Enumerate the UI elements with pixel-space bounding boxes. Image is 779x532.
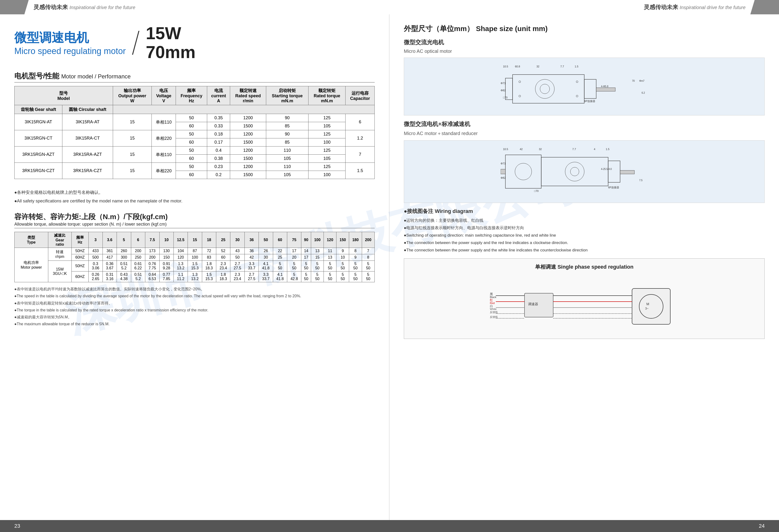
cell-current-2: 0.38 [207,155,230,163]
motor-table-body: 3IK15RGN-AT 3IK15RA-AT 15 单相110 50 0.35 … [14,114,375,179]
safety-notes: ●各种安全规格以电机铭牌上的型号名称确认。 ●All safety specif… [14,189,375,205]
table-header-row-2: 齿轮轴 Gear shaft 圆轴 Circular shaft [14,105,375,114]
allow-cell: 3.333.7 [259,272,273,282]
cell-hz-50: 50HZ [71,248,88,254]
page-number-left: 23 [14,523,20,529]
micro-ac-reducer-diagram: 10.5 42 32 7.7 4 1.5 6P连接器 Φ71 Φ82 □70 4… [404,140,765,203]
cell-freq-2: 60 [176,171,207,179]
th-output-power: 输出功率Output powerW [113,86,152,105]
wiring-note: ●运转方向的切换：主要切换电容线、红白线 [404,217,765,224]
allow-cell: 550 [349,272,362,282]
allow-cell: 417 [103,254,117,261]
wiring-diagram-container: M 3~ 调速器 黑 Black 红 Red [409,274,760,334]
allow-cell: 550 [287,261,301,272]
svg-rect-26 [608,161,620,182]
cell-starting-torque-2: 85 [266,122,308,130]
cell-current-1: 0.4 [207,146,230,155]
svg-text:10.5: 10.5 [503,65,508,68]
svg-text:黑: 黑 [490,292,493,296]
shape-size-chinese: 外型尺寸（单位mm） [404,24,474,33]
svg-point-21 [576,81,578,83]
allow-th-75: 7.5 [145,232,159,248]
svg-text:32: 32 [539,148,542,151]
cell-starting-torque-2: 105 [266,171,308,179]
cell-rated-torque-2: 105 [308,122,346,130]
cell-current-2: 0.17 [207,138,230,146]
single-phase-chinese: 单相调速 [535,264,556,270]
cell-starting-torque-2: 105 [266,155,308,163]
th-rated-torque: 额定转矩Rated torquemN.m [308,86,346,105]
cell-freq-1: 50 [176,163,207,171]
svg-rect-43 [632,289,670,324]
cell-rated-torque-1: 125 [308,163,346,171]
allow-cell: 60 [216,254,230,261]
allow-cell: 550 [337,272,349,282]
allow-cell: 72 [202,248,216,254]
cell-rated-speed-2: 1500 [230,122,266,130]
svg-text:□70: □70 [534,189,539,192]
allow-th-100: 100 [311,232,324,248]
svg-text:红: 红 [490,298,493,302]
allow-cell: 0.646.53 [145,272,159,282]
cell-speed-label: 转速r/rpm [48,248,71,261]
wiring-title-chinese: ●接线图备注 [404,208,433,214]
allow-cell: 100 [188,254,202,261]
allow-cell: 0.363.67 [103,261,117,272]
allow-cell: 550 [311,272,324,282]
sub-notes: ●表中转速是以电机的平均转速为基数除以减速比而算出的数值。实际转速将随负载大小变… [14,286,375,327]
allow-cell: 3.333.7 [244,261,258,272]
cell-freq-1: 50 [176,146,207,155]
th-starting-torque: 启动转矩Starting torquemN.m [266,86,308,105]
allow-cell: 0.515.2 [131,272,145,282]
svg-point-28 [565,162,584,181]
allow-cell: 0.777.85 [159,272,174,282]
cell-starting-torque-1: 90 [266,130,308,138]
allow-cell: 0.616.22 [131,261,145,272]
allow-cell: 0.262.65 [88,272,103,282]
cell-rated-speed-1: 1200 [230,163,266,171]
allow-cell: 173 [145,248,159,254]
allow-th-5: 5 [117,232,131,248]
cell-rated-speed-2: 1500 [230,171,266,179]
table-row: 3RK15RGN-CZT 3RK15RA-CZT 15 单相220 50 0.2… [14,163,375,171]
th-frequency: 频率FrequencyHz [176,86,207,105]
single-phase-box: 单相调速 Single phase speed regulation M 3~ [404,258,765,339]
allow-th-6: 6 [131,232,145,248]
svg-point-19 [519,81,521,83]
allow-th-200: 200 [362,232,374,248]
svg-text:Φ71: Φ71 [500,82,505,84]
allow-th-90: 90 [301,232,311,248]
allow-cell: 2.727.5 [230,261,244,272]
table-row: 3IK15RGN-CT 3IK15RA-CT 15 单相220 50 0.18 … [14,130,375,138]
sub-note: ●表中转矩是以电机额定转矩x减速比x传动效率计算而得。 [14,300,375,306]
allow-th-25: 25 [216,232,230,248]
wiring-section: ●接线图备注 Wiring diagram ●运转方向的切换：主要切换电容线、红… [404,208,765,253]
svg-rect-2 [584,79,596,99]
allowable-section-header: 容许转矩、容许力矩:上段（N.m）/下段(kgf.cm) Allowable t… [14,212,375,228]
allow-cell: 550 [337,261,349,272]
allow-cell: 4.141.8 [273,272,287,282]
header-text-right: 灵感传动未来 Inspirational drive for the futur… [639,3,750,11]
svg-text:White: White [490,308,496,310]
wiring-diagram-svg: M 3~ 调速器 黑 Black 红 Red [489,274,680,334]
micro-ac-reducer-title-english: Micro AC motor＋standard reducer [404,130,765,137]
allow-cell: 1.515.3 [188,261,202,272]
wiring-title-english: Wiring diagram [435,208,473,214]
page-footer: 23 24 [0,520,779,532]
wiring-note: ●Switching of operating direction: main … [404,232,765,239]
cell-rated-torque-2: 100 [308,171,346,179]
cell-current-2: 0.2 [207,171,230,179]
allow-th-type: 类型Type [14,232,48,248]
allow-cell: 36 [244,248,258,254]
cell-rated-speed-2: 1500 [230,138,266,146]
allow-cell: 87 [188,248,202,254]
cell-rated-torque-1: 125 [308,114,346,122]
allowable-torque-table: 类型Type 减速比Gearratio 频率Hz 3 3.6 5 6 7.5 1… [14,232,375,282]
cell-hz-60: 60HZ [71,254,88,261]
allow-cell: 1.818.3 [202,261,216,272]
svg-rect-23 [505,155,541,188]
allow-cell: 42 [244,254,258,261]
sub-note: ●The torque in the table is calculated b… [14,307,375,313]
allow-cell: 22 [273,248,287,254]
micro-ac-motor-svg: 10.5 60.8 32 7.7 1.5 6P连接器 Φ71 Φ82 □70 4… [500,63,668,110]
